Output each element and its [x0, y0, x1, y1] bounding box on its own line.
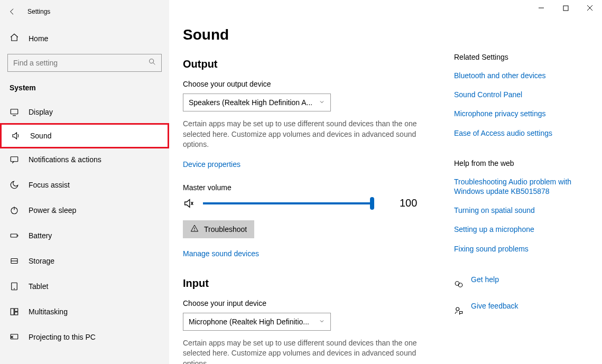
- page-title: Sound: [183, 26, 443, 43]
- help-icon: [454, 279, 464, 289]
- svg-rect-10: [15, 312, 18, 315]
- window-title: Settings: [27, 8, 50, 15]
- svg-rect-12: [563, 6, 568, 11]
- svg-point-16: [456, 307, 459, 311]
- battery-icon: [10, 231, 19, 240]
- sidebar-item-display[interactable]: Display: [0, 99, 169, 125]
- warning-icon: [190, 224, 199, 234]
- output-device-value: Speakers (Realtek High Definition A...: [189, 98, 312, 107]
- multitasking-icon: [10, 307, 19, 316]
- sidebar-item-storage[interactable]: Storage: [0, 248, 169, 274]
- display-icon: [10, 107, 19, 117]
- sidebar-item-label: Multitasking: [29, 307, 68, 316]
- sidebar-nav: Display Sound Notifications & actions Fo…: [0, 99, 169, 350]
- related-link-microphone-privacy[interactable]: Microphone privacy settings: [454, 109, 596, 118]
- feedback-icon: [454, 306, 464, 315]
- search-input[interactable]: [7, 54, 162, 72]
- output-heading: Output: [183, 58, 443, 70]
- sidebar-section-label: System: [0, 79, 169, 99]
- svg-point-0: [150, 59, 154, 63]
- get-help-link[interactable]: Get help: [471, 275, 499, 284]
- troubleshoot-button[interactable]: Troubleshoot: [183, 220, 254, 238]
- svg-rect-9: [15, 309, 18, 311]
- give-feedback-link[interactable]: Give feedback: [471, 301, 518, 311]
- related-settings-heading: Related Settings: [454, 53, 596, 61]
- sidebar-item-label: Battery: [29, 231, 52, 240]
- main: Sound Output Choose your output device S…: [169, 0, 602, 364]
- get-help-row[interactable]: Get help: [454, 275, 596, 294]
- sidebar-item-focus-assist[interactable]: Focus assist: [0, 172, 169, 198]
- moon-icon: [10, 180, 19, 190]
- input-device-select[interactable]: Microphone (Realtek High Definitio...: [183, 313, 331, 331]
- troubleshoot-label: Troubleshoot: [204, 225, 247, 234]
- sidebar-item-label: Notifications & actions: [29, 155, 101, 164]
- sidebar-item-tablet[interactable]: Tablet: [0, 274, 169, 299]
- sidebar-home[interactable]: Home: [0, 25, 169, 52]
- sidebar-item-battery[interactable]: Battery: [0, 223, 169, 248]
- sidebar-item-sound[interactable]: Sound: [0, 123, 169, 148]
- help-heading: Help from the web: [454, 159, 596, 167]
- help-link-fixing-sound[interactable]: Fixing sound problems: [454, 244, 596, 254]
- output-choose-label: Choose your output device: [183, 80, 443, 88]
- message-icon: [10, 155, 19, 164]
- svg-point-13: [195, 230, 195, 231]
- home-icon: [10, 33, 19, 44]
- mute-icon[interactable]: [183, 198, 195, 209]
- give-feedback-row[interactable]: Give feedback: [454, 301, 596, 320]
- svg-rect-1: [11, 109, 18, 114]
- sidebar-item-notifications[interactable]: Notifications & actions: [0, 147, 169, 172]
- back-icon[interactable]: [7, 7, 17, 16]
- power-icon: [10, 206, 19, 215]
- sound-icon: [11, 131, 21, 141]
- sidebar-item-label: Projecting to this PC: [29, 333, 96, 341]
- sidebar-home-label: Home: [29, 34, 48, 43]
- window-controls: [529, 0, 602, 16]
- projecting-icon: [10, 332, 19, 342]
- svg-point-7: [14, 288, 15, 289]
- sidebar-item-label: Storage: [29, 257, 54, 265]
- help-link-setup-microphone[interactable]: Setting up a microphone: [454, 225, 596, 234]
- related-link-sound-control-panel[interactable]: Sound Control Panel: [454, 90, 596, 99]
- svg-rect-8: [11, 309, 14, 315]
- sidebar-item-multitasking[interactable]: Multitasking: [0, 299, 169, 324]
- svg-rect-2: [11, 157, 18, 162]
- output-description: Certain apps may be set up to use differ…: [183, 119, 426, 150]
- storage-icon: [10, 256, 19, 266]
- search-box: [7, 54, 162, 72]
- help-link-troubleshooting-kb[interactable]: Troubleshooting Audio problem with Windo…: [454, 177, 596, 196]
- help-link-spatial-sound[interactable]: Turning on spatial sound: [454, 206, 596, 215]
- related-link-ease-of-access-audio[interactable]: Ease of Access audio settings: [454, 128, 596, 138]
- master-volume-label: Master volume: [183, 183, 443, 192]
- titlebar-left: Settings: [0, 2, 169, 21]
- chevron-down-icon: [319, 318, 325, 326]
- search-icon: [148, 58, 156, 68]
- sidebar-item-label: Tablet: [29, 282, 48, 291]
- output-device-select[interactable]: Speakers (Realtek High Definition A...: [183, 94, 331, 111]
- master-volume-value: 100: [400, 197, 417, 209]
- input-heading: Input: [183, 277, 443, 290]
- tablet-icon: [10, 282, 19, 291]
- svg-point-15: [458, 283, 462, 287]
- close-button[interactable]: [578, 0, 602, 16]
- device-properties-link[interactable]: Device properties: [183, 160, 240, 169]
- maximize-button[interactable]: [553, 0, 578, 16]
- minimize-button[interactable]: [529, 0, 553, 16]
- input-choose-label: Choose your input device: [183, 299, 443, 307]
- sidebar-item-projecting[interactable]: Projecting to this PC: [0, 324, 169, 350]
- master-volume-slider[interactable]: [203, 197, 372, 210]
- chevron-down-icon: [319, 98, 325, 107]
- manage-sound-devices-link[interactable]: Manage sound devices: [183, 249, 259, 258]
- related-link-bluetooth[interactable]: Bluetooth and other devices: [454, 71, 596, 80]
- svg-rect-4: [11, 234, 17, 237]
- sidebar-item-label: Sound: [30, 132, 51, 140]
- sidebar-item-label: Power & sleep: [29, 206, 76, 214]
- sidebar-item-label: Display: [29, 108, 53, 116]
- sidebar: Settings Home System Display: [0, 0, 169, 364]
- input-description: Certain apps may be set up to use differ…: [183, 338, 426, 364]
- input-device-value: Microphone (Realtek High Definitio...: [189, 318, 309, 326]
- sidebar-item-power-sleep[interactable]: Power & sleep: [0, 198, 169, 223]
- right-rail: Related Settings Bluetooth and other dev…: [454, 0, 602, 364]
- sidebar-item-label: Focus assist: [29, 181, 70, 189]
